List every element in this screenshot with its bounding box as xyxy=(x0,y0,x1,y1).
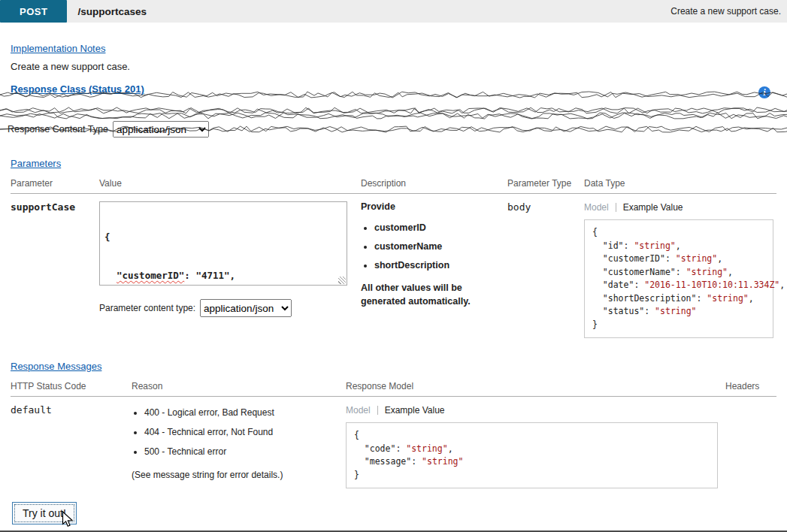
response-content-type-label: Response Content Type xyxy=(8,124,108,135)
column-header-parameter-type: Parameter Type xyxy=(507,178,584,189)
http-method-badge[interactable]: POST xyxy=(0,0,67,23)
data-type-cell: Model Example Value { "id": "string", "c… xyxy=(584,201,776,338)
response-content-type-select[interactable]: application/json xyxy=(113,121,209,138)
column-header-headers: Headers xyxy=(725,381,776,391)
parameter-name: supportCase xyxy=(11,201,99,338)
column-header-value: Value xyxy=(99,178,361,189)
implementation-notes-heading: Implementation Notes xyxy=(11,43,105,54)
response-example-value-box[interactable]: { "code": "string", "message": "string"} xyxy=(346,422,718,488)
reason-note: (See message string for error details.) xyxy=(132,470,346,480)
response-class-heading: Response Class (Status 201) xyxy=(11,83,144,95)
endpoint-summary: Create a new support case. xyxy=(670,6,781,17)
info-icon[interactable]: i xyxy=(758,86,770,98)
mouse-cursor-icon xyxy=(62,511,74,529)
parameter-content-type-row: Parameter content type: application/json xyxy=(99,299,361,317)
description-intro: Provide xyxy=(361,201,492,212)
reason-bullet: 400 - Logical error, Bad Request xyxy=(144,407,346,418)
column-header-response-model: Response Model xyxy=(346,381,725,391)
tab-example-value[interactable]: Example Value xyxy=(385,405,445,416)
endpoint-header: POST /supportcases Create a new support … xyxy=(0,0,787,23)
model-example-tabs: Model Example Value xyxy=(346,404,725,416)
column-header-http-status-code: HTTP Status Code xyxy=(11,381,132,391)
parameter-content-type-label: Parameter content type: xyxy=(99,303,195,313)
editor-text: { xyxy=(104,231,110,243)
response-status-code: default xyxy=(11,404,132,488)
column-header-parameter: Parameter xyxy=(11,178,99,189)
parameter-description-cell: Provide customerID customerName shortDes… xyxy=(361,201,507,338)
reason-bullet-list: 400 - Logical error, Bad Request 404 - T… xyxy=(132,407,346,457)
description-bullet: customerName xyxy=(374,241,492,252)
response-model-cell: Model Example Value { "code": "string", … xyxy=(346,404,725,488)
reason-bullet: 404 - Technical error, Not Found xyxy=(144,427,346,437)
parameter-row: supportCase { "customerID": "4711", "cus… xyxy=(11,194,776,338)
editor-text: "4711" xyxy=(195,270,229,281)
column-header-description: Description xyxy=(361,178,507,189)
response-message-row: default 400 - Logical error, Bad Request… xyxy=(11,397,776,488)
tab-model[interactable]: Model xyxy=(584,202,609,213)
tab-model[interactable]: Model xyxy=(346,405,371,416)
description-note: All other values will be generated autom… xyxy=(361,281,490,308)
operation-detail-panel: Implementation Notes Create a new suppor… xyxy=(0,43,787,524)
column-header-reason: Reason xyxy=(132,381,346,391)
tab-separator xyxy=(377,406,378,415)
parameters-heading: Parameters xyxy=(11,158,61,169)
editor-line: "customerID": "4711", xyxy=(104,269,342,282)
endpoint-path[interactable]: /supportcases xyxy=(77,6,147,17)
response-reason-cell: 400 - Logical error, Bad Request 404 - T… xyxy=(132,404,346,488)
example-value-box[interactable]: { "id": "string", "customerID": "string"… xyxy=(584,219,773,338)
response-messages-table: HTTP Status Code Reason Response Model H… xyxy=(11,381,776,488)
parameter-value-editor[interactable]: { "customerID": "4711", "customerName": … xyxy=(99,201,347,286)
response-messages-heading: Response Messages xyxy=(11,361,101,372)
response-content-type-row: Response Content Type application/json xyxy=(8,121,209,138)
tab-separator xyxy=(616,203,616,212)
editor-text: , xyxy=(230,270,236,281)
tab-example-value[interactable]: Example Value xyxy=(623,202,683,213)
response-messages-table-header: HTTP Status Code Reason Response Model H… xyxy=(11,381,776,397)
response-class-section: Response Class (Status 201) i Response C… xyxy=(11,83,776,147)
model-example-tabs: Model Example Value xyxy=(584,201,776,213)
editor-text: : xyxy=(184,270,195,281)
editor-line: { xyxy=(104,231,342,243)
editor-text-misspelled: "customerID" xyxy=(117,270,184,281)
parameters-table: Parameter Value Description Parameter Ty… xyxy=(11,178,776,338)
description-bullet-list: customerID customerName shortDescription xyxy=(361,222,492,271)
description-bullet: shortDescription xyxy=(374,260,492,271)
parameter-type-value: body xyxy=(507,201,584,338)
parameters-table-header: Parameter Value Description Parameter Ty… xyxy=(11,178,776,194)
implementation-notes-text: Create a new support case. xyxy=(11,61,776,72)
response-headers-cell xyxy=(725,404,776,488)
description-bullet: customerID xyxy=(374,222,492,233)
parameter-content-type-select[interactable]: application/json xyxy=(200,299,292,317)
column-header-data-type: Data Type xyxy=(584,178,776,189)
parameter-value-cell: { "customerID": "4711", "customerName": … xyxy=(99,201,361,338)
reason-bullet: 500 - Technical error xyxy=(144,446,346,457)
